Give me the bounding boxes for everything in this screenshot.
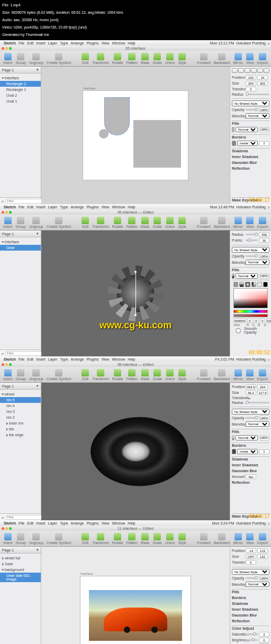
menu-bar[interactable]: Sketch FileEditInsertLayerTypeArrangePlu… bbox=[0, 204, 271, 210]
scale-button[interactable]: Scale bbox=[152, 53, 164, 65]
align-left-icon[interactable] bbox=[232, 68, 238, 73]
menu-item[interactable]: Help bbox=[128, 41, 135, 45]
clock[interactable]: Mon 12:11 PM bbox=[210, 41, 234, 45]
align-middle-icon[interactable] bbox=[257, 68, 263, 73]
traffic-lights[interactable] bbox=[2, 47, 12, 50]
menu-item[interactable]: Arrange bbox=[71, 41, 84, 45]
rotate-button[interactable]: Rotate bbox=[111, 53, 124, 65]
layer-group[interactable]: Interface bbox=[0, 75, 41, 81]
radius-slider[interactable] bbox=[246, 94, 269, 95]
style-button[interactable]: Style bbox=[177, 53, 187, 65]
alpha-slider[interactable] bbox=[233, 314, 268, 317]
linear-gradient-icon[interactable] bbox=[239, 282, 244, 287]
transform-button[interactable]: Transform bbox=[91, 53, 110, 65]
pos-y[interactable] bbox=[257, 75, 268, 80]
menu-item[interactable]: Layer bbox=[48, 41, 58, 45]
export-button[interactable]: Export bbox=[256, 53, 269, 65]
artboard-label: Interface bbox=[83, 87, 95, 90]
rotation[interactable] bbox=[246, 87, 256, 91]
size-w[interactable] bbox=[246, 81, 256, 86]
gear-shape[interactable] bbox=[112, 270, 159, 317]
watermark: www.cg-ku.com bbox=[100, 320, 171, 331]
frame-2: Sketch FileEditInsertLayerTypeArrangePlu… bbox=[0, 204, 271, 356]
flat-fill-icon[interactable] bbox=[233, 282, 238, 287]
border-swatch[interactable] bbox=[232, 141, 236, 146]
ungroup-button[interactable]: Ungroup bbox=[28, 53, 44, 65]
layer-item[interactable]: Oval 2 bbox=[0, 93, 41, 98]
size-line: Size: 9039079 bytes (8.62 MiB), duration… bbox=[2, 9, 269, 16]
menu-item[interactable]: File bbox=[19, 41, 24, 45]
file-line: File: 1.mp4 bbox=[2, 2, 269, 9]
edit-button[interactable]: Edit bbox=[80, 53, 90, 65]
menu-item[interactable]: View bbox=[101, 41, 109, 45]
frame-4: Sketch FileEditInsertLayerTypeArrangePlu… bbox=[0, 520, 271, 644]
angular-gradient-icon[interactable] bbox=[251, 282, 256, 287]
menu-item[interactable]: Plugins bbox=[86, 41, 98, 45]
frame-1: Sketch File Edit Insert Layer Type Arran… bbox=[0, 40, 271, 204]
toolbar: Insert Group Ungroup Create Symbol Edit … bbox=[0, 51, 271, 67]
blend-select[interactable]: Normal bbox=[246, 113, 269, 118]
radial-gradient-icon[interactable] bbox=[245, 282, 250, 287]
pattern-fill-icon[interactable] bbox=[257, 282, 262, 287]
tire-shape[interactable] bbox=[91, 414, 188, 489]
layer-item[interactable]: Rectangle 2 bbox=[0, 81, 41, 87]
layer-item[interactable]: Oval 1 bbox=[0, 98, 41, 104]
fills-header: Fills bbox=[232, 121, 269, 126]
menu-app[interactable]: Sketch bbox=[4, 41, 16, 45]
filter-input[interactable] bbox=[5, 199, 44, 204]
hue-slider[interactable] bbox=[233, 310, 268, 313]
video-line: Video: h264, yuv420p, 1280x720, 15.00 fp… bbox=[2, 24, 269, 31]
create-symbol-button[interactable]: Create Symbol bbox=[46, 53, 72, 65]
user-name[interactable]: Hoboken Pudding bbox=[236, 41, 266, 45]
window-title: 05-Interface bbox=[125, 47, 145, 50]
align-bottom-icon[interactable] bbox=[264, 68, 269, 73]
align-right-icon[interactable] bbox=[245, 68, 250, 73]
mirror-button[interactable]: Mirror bbox=[232, 53, 243, 65]
color-picker[interactable]: Hex R G B A Smooth Opacity bbox=[232, 280, 269, 322]
union-button[interactable]: Union bbox=[164, 53, 176, 65]
inspector: Position Size Transform Radius No Shared… bbox=[230, 67, 271, 204]
group-button[interactable]: Group bbox=[15, 53, 27, 65]
borders-header: Borders bbox=[232, 134, 269, 140]
menu-item[interactable]: Type bbox=[60, 41, 68, 45]
canvas[interactable]: Interface bbox=[41, 67, 230, 204]
flatten-button[interactable]: Flatten bbox=[125, 53, 138, 65]
align-center-icon[interactable] bbox=[238, 68, 244, 73]
frame-3: Sketch FileEditInsertLayerTypeArrangePlu… bbox=[0, 356, 271, 520]
layers-panel: Page 1▾ Interface Rectangle 2 Rectangle … bbox=[0, 67, 41, 204]
menu-item[interactable]: Insert bbox=[36, 41, 46, 45]
menu-item[interactable]: Edit bbox=[27, 41, 33, 45]
video-info-header: File: 1.mp4 Size: 9039079 bytes (8.62 Mi… bbox=[0, 0, 271, 40]
car-image[interactable] bbox=[88, 589, 183, 642]
timestamp: 00:00:17 bbox=[249, 197, 270, 203]
search-icon: ⌕ bbox=[2, 199, 4, 203]
pos-x[interactable] bbox=[246, 75, 256, 80]
align-top-icon[interactable] bbox=[251, 68, 257, 73]
page-selector[interactable]: Page 1▾ bbox=[0, 67, 41, 73]
opacity-slider[interactable] bbox=[246, 109, 258, 111]
layer-item[interactable]: Rectangle 1 bbox=[0, 87, 41, 93]
menu-bar[interactable]: Sketch File Edit Insert Layer Type Arran… bbox=[0, 40, 271, 46]
view-button[interactable]: View bbox=[245, 53, 255, 65]
canvas[interactable]: www.cg-ku.com bbox=[41, 231, 230, 356]
audio-line: Audio: aac, 32000 Hz, mono (und) bbox=[2, 16, 269, 24]
noise-fill-icon[interactable] bbox=[263, 282, 268, 287]
forward-button[interactable]: Forward bbox=[196, 53, 212, 65]
generated-line: Generated by Thumbnail me bbox=[2, 31, 269, 39]
spotlight-icon[interactable]: ⌕ bbox=[268, 41, 270, 45]
menu-item[interactable]: Window bbox=[112, 41, 125, 45]
color-field[interactable] bbox=[233, 288, 268, 308]
backward-button[interactable]: Backward bbox=[213, 53, 231, 65]
window-titlebar[interactable]: 05-Interface bbox=[0, 46, 271, 51]
fill-swatch[interactable] bbox=[232, 127, 234, 132]
insert-button[interactable]: Insert bbox=[2, 53, 14, 65]
size-h[interactable] bbox=[257, 81, 268, 86]
style-select[interactable]: No Shared Style bbox=[232, 100, 269, 106]
mask-button[interactable]: Mask bbox=[140, 53, 151, 65]
